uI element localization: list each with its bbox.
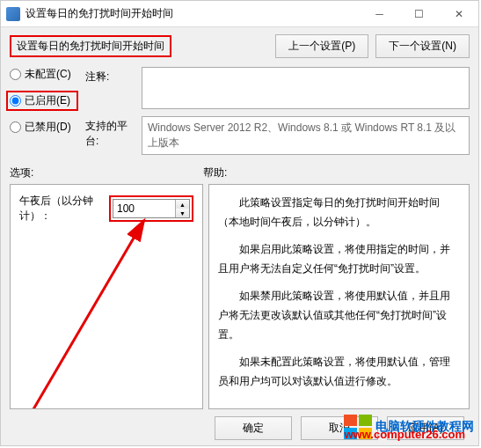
annotation-arrow-icon [21,217,179,409]
help-panel: 此策略设置指定每日的免打扰时间开始时间（本地时间午夜后，以分钟计）。 如果启用此… [208,184,470,409]
options-panel: 午夜后（以分钟计）： ▲ ▼ [10,184,203,409]
radio-unconfigured-label: 未配置(C) [25,67,71,82]
ok-button[interactable]: 确定 [215,416,292,440]
spinner-up-icon[interactable]: ▲ [176,200,189,209]
radio-disabled-label: 已禁用(D) [25,120,71,135]
options-label: 选项: [10,165,203,180]
help-text: 如果禁用此策略设置，将使用默认值，并且用户将无法更改该默认值或其他任何“免打扰时… [218,287,460,344]
minutes-spinner[interactable]: ▲ ▼ [113,199,190,218]
window-title: 设置每日的免打扰时间开始时间 [26,6,360,21]
minimize-button[interactable]: ─ [360,1,399,27]
radio-enabled-label: 已启用(E) [25,93,70,108]
cancel-button[interactable]: 取消 [301,416,378,440]
close-button[interactable]: ✕ [439,1,478,27]
app-icon [6,7,20,21]
radio-disabled-input[interactable] [10,121,21,133]
comment-field[interactable] [142,67,470,109]
platform-label: 支持的平台: [85,116,136,149]
radio-unconfigured[interactable]: 未配置(C) [10,67,78,82]
svg-line-0 [25,220,144,409]
radio-enabled[interactable]: 已启用(E) [6,91,78,111]
comment-label: 注释: [85,67,136,84]
help-text: 如果未配置此策略设置，将使用默认值，管理员和用户均可以对该默认值进行修改。 [218,353,460,391]
radio-unconfigured-input[interactable] [10,69,21,80]
prev-setting-button[interactable]: 上一个设置(P) [275,34,368,58]
help-text: 如果启用此策略设置，将使用指定的时间，并且用户将无法自定义任何“免打扰时间”设置… [218,240,460,278]
platform-field: Windows Server 2012 R2、Windows 8.1 或 Win… [142,116,470,155]
spinner-down-icon[interactable]: ▼ [176,209,189,217]
next-setting-button[interactable]: 下一个设置(N) [375,34,470,58]
setting-heading: 设置每日的免打扰时间开始时间 [10,35,171,57]
titlebar: 设置每日的免打扰时间开始时间 ─ ☐ ✕ [1,1,478,27]
radio-enabled-input[interactable] [10,95,21,106]
apply-button[interactable]: 应用(A) [387,416,464,440]
help-label: 帮助: [203,165,227,180]
help-text: 此策略设置指定每日的免打扰时间开始时间（本地时间午夜后，以分钟计）。 [218,194,460,231]
option-minutes-label: 午夜后（以分钟计）： [19,194,104,224]
radio-disabled[interactable]: 已禁用(D) [10,120,78,135]
maximize-button[interactable]: ☐ [399,1,439,27]
state-radio-group: 未配置(C) 已启用(E) 已禁用(D) [10,67,78,155]
minutes-input[interactable] [113,200,175,217]
